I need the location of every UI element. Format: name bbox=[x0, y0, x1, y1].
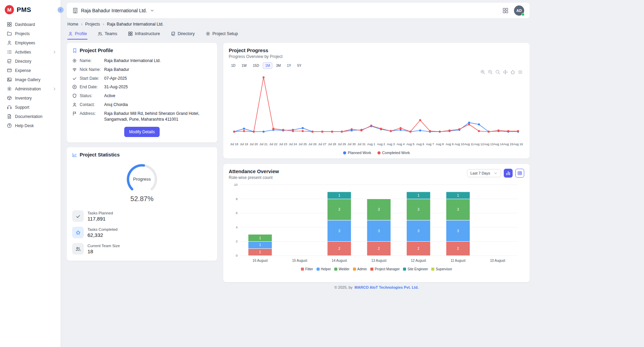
flag-icon bbox=[72, 111, 77, 116]
dashboard-icon bbox=[7, 22, 12, 27]
date-range-select[interactable]: Last 7 Days bbox=[467, 169, 501, 177]
sidebar-item-employees[interactable]: Employees bbox=[0, 38, 61, 47]
circle-x-icon bbox=[72, 85, 77, 89]
stat-label: Tasks Planned bbox=[87, 211, 113, 215]
project-progress-card: Project Progress Progress Overview by Pr… bbox=[223, 43, 530, 159]
person-icon bbox=[72, 102, 77, 107]
stat-value: 117,891 bbox=[87, 216, 113, 222]
project-progress-subtitle: Progress Overview by Project bbox=[229, 54, 524, 59]
tab-project-setup[interactable]: Project Setup bbox=[205, 30, 239, 40]
range-1m-button[interactable]: 1M bbox=[263, 62, 272, 69]
legend-item-supervisor[interactable]: Supervisor bbox=[431, 267, 452, 271]
svg-text:11 August: 11 August bbox=[451, 259, 466, 262]
legend-item-project-manager[interactable]: Project Manager bbox=[370, 267, 400, 271]
avatar-initials: AD bbox=[516, 9, 522, 13]
field-label: Address: bbox=[80, 111, 101, 116]
logo-icon: M bbox=[5, 5, 14, 14]
footer-link[interactable]: MARCO AIoT Technologies Pvt. Ltd. bbox=[355, 285, 419, 289]
svg-text:Jul 21: Jul 21 bbox=[259, 142, 268, 146]
modify-details-button[interactable]: Modify Details bbox=[124, 127, 159, 137]
svg-text:4: 4 bbox=[236, 225, 238, 229]
book-icon bbox=[7, 59, 12, 64]
sidebar-item-documentation[interactable]: Documentation bbox=[0, 112, 61, 121]
apps-grid-icon[interactable] bbox=[502, 7, 509, 14]
stat-value: 18 bbox=[87, 248, 120, 254]
zoom-out-icon[interactable] bbox=[488, 70, 493, 75]
sidebar-item-image-gallery[interactable]: Image Gallery bbox=[0, 75, 61, 84]
date-range-value: Last 7 Days bbox=[470, 171, 490, 175]
company-selector[interactable]: Raja Bahadur International Ltd. bbox=[72, 7, 155, 14]
bookmark-icon bbox=[72, 48, 77, 53]
home-icon[interactable] bbox=[510, 70, 515, 75]
gear-icon bbox=[206, 31, 210, 36]
table-view-button[interactable] bbox=[515, 169, 524, 178]
online-status-dot bbox=[521, 13, 525, 16]
range-1d-button[interactable]: 1D bbox=[229, 62, 238, 69]
svg-text:2: 2 bbox=[457, 247, 459, 251]
stat-row: Tasks Completed 62,332 bbox=[72, 227, 212, 238]
people-icon bbox=[76, 246, 81, 252]
legend-item-planned-work[interactable]: Planned Work bbox=[343, 151, 371, 155]
sidebar-item-support[interactable]: Support bbox=[0, 103, 61, 112]
breadcrumb-item-home[interactable]: Home bbox=[67, 22, 78, 27]
building-icon bbox=[72, 7, 78, 14]
range-3m-button[interactable]: 3M bbox=[274, 62, 283, 69]
stat-value: 62,332 bbox=[87, 232, 117, 238]
tab-directory[interactable]: Directory bbox=[170, 30, 195, 40]
zoom-icon[interactable] bbox=[495, 70, 500, 75]
legend-item-fitter[interactable]: Fitter bbox=[301, 267, 313, 271]
range-5y-button[interactable]: 5Y bbox=[295, 62, 304, 69]
sidebar-item-expense[interactable]: Expense bbox=[0, 66, 61, 75]
sidebar-item-inventory[interactable]: Inventory bbox=[0, 93, 61, 103]
legend-item-completed-work[interactable]: Completed Work bbox=[377, 151, 410, 155]
profile-field: Contact: Anuj Chordia bbox=[72, 102, 212, 108]
gear-icon bbox=[7, 86, 12, 91]
svg-text:12 August: 12 August bbox=[411, 259, 426, 262]
svg-text:Aug 8: Aug 8 bbox=[436, 142, 444, 146]
chevron-down-icon bbox=[494, 171, 498, 175]
sidebar-collapse-button[interactable] bbox=[58, 7, 64, 13]
field-value: Active bbox=[104, 93, 210, 99]
tab-label: Infrastructure bbox=[135, 31, 160, 36]
field-label: Name: bbox=[80, 58, 101, 63]
breadcrumb-item-projects[interactable]: Projects bbox=[85, 22, 100, 27]
svg-text:Progress: Progress bbox=[133, 177, 151, 182]
zoom-in-icon[interactable] bbox=[480, 70, 485, 75]
chart-view-button[interactable] bbox=[504, 169, 513, 178]
tab-teams[interactable]: Teams bbox=[97, 30, 118, 40]
people-icon bbox=[98, 31, 102, 36]
sidebar-item-administration[interactable]: Administration bbox=[0, 84, 61, 93]
line-chart-icon bbox=[72, 152, 77, 157]
tab-infrastructure[interactable]: Infrastructure bbox=[127, 30, 161, 40]
shield-icon bbox=[72, 93, 77, 98]
topbar-right: AD bbox=[502, 5, 524, 16]
legend-item-welder[interactable]: Welder bbox=[334, 267, 350, 271]
menu-icon[interactable] bbox=[518, 70, 523, 75]
check-icon bbox=[72, 76, 77, 81]
range-1w-button[interactable]: 1W bbox=[239, 62, 249, 69]
tab-profile[interactable]: Profile bbox=[67, 30, 87, 40]
sidebar-item-help-desk[interactable]: Help Desk bbox=[0, 121, 61, 130]
avatar[interactable]: AD bbox=[514, 5, 524, 16]
pan-icon[interactable] bbox=[503, 70, 508, 75]
svg-text:3: 3 bbox=[378, 208, 380, 211]
svg-text:Aug 9: Aug 9 bbox=[446, 142, 454, 146]
range-1y-button[interactable]: 1Y bbox=[285, 62, 293, 69]
svg-text:2: 2 bbox=[418, 247, 420, 251]
svg-text:3: 3 bbox=[338, 208, 340, 211]
range-15d-button[interactable]: 15D bbox=[251, 62, 261, 69]
legend-item-admin[interactable]: Admin bbox=[353, 267, 367, 271]
svg-text:Aug 15: Aug 15 bbox=[503, 142, 513, 146]
legend-item-helper[interactable]: Helper bbox=[317, 267, 331, 271]
sidebar-item-dashboard[interactable]: Dashboard bbox=[0, 20, 61, 29]
dashboard-icon bbox=[128, 31, 133, 36]
sidebar-item-projects[interactable]: Projects bbox=[0, 29, 61, 38]
svg-text:Jul 19: Jul 19 bbox=[240, 142, 248, 146]
headset-icon bbox=[7, 105, 12, 110]
legend-item-site-engineer[interactable]: Site Engineer bbox=[403, 267, 428, 271]
field-value: Anuj Chordia bbox=[104, 102, 210, 108]
sidebar-item-label: Expense bbox=[15, 68, 57, 73]
sidebar-item-directory[interactable]: Directory bbox=[0, 57, 61, 66]
sidebar-item-activities[interactable]: Activities bbox=[0, 47, 61, 57]
sidebar-item-label: Directory bbox=[15, 59, 57, 64]
